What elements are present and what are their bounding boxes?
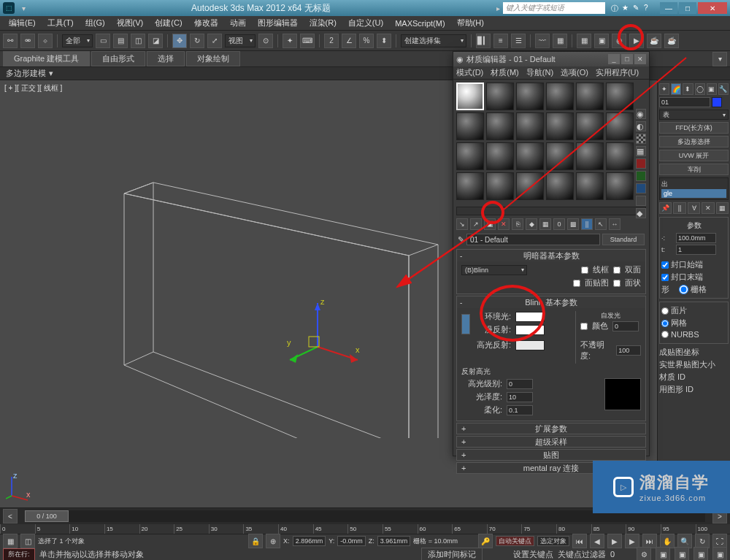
- rollout-maps[interactable]: +贴图: [456, 449, 646, 461]
- sample-slot[interactable]: [576, 142, 604, 170]
- make-preview-icon[interactable]: [636, 171, 646, 181]
- select-by-mat-icon[interactable]: [636, 196, 646, 206]
- cap-end-check[interactable]: [661, 274, 669, 281]
- get-mat-icon[interactable]: ↘: [456, 218, 468, 230]
- out-patch[interactable]: [661, 307, 669, 315]
- motion-tab-icon[interactable]: ◯: [695, 83, 705, 95]
- window-crossing-icon[interactable]: ◪: [148, 34, 163, 48]
- speclevel-spin[interactable]: 0: [507, 379, 533, 389]
- opacity-spin[interactable]: 100: [616, 345, 641, 356]
- rotate-icon[interactable]: ↻: [190, 34, 204, 48]
- tab-select[interactable]: 选择: [147, 51, 185, 66]
- nav-orbit-icon[interactable]: ↻: [695, 534, 710, 548]
- me-close[interactable]: ✕: [634, 54, 646, 64]
- sample-slot[interactable]: [546, 172, 574, 200]
- menu-group[interactable]: 组(G): [80, 18, 111, 28]
- setkey-button[interactable]: 设置关键点: [513, 549, 553, 560]
- tab-freeform[interactable]: 自由形式: [91, 51, 145, 66]
- sample-slot[interactable]: [516, 142, 544, 170]
- status-icon1[interactable]: ▦: [3, 534, 18, 548]
- sample-slot[interactable]: [546, 83, 574, 110]
- nav-zoom-icon[interactable]: 🔍: [677, 534, 692, 548]
- make-copy-icon[interactable]: ⎘: [512, 218, 523, 230]
- sample-scroll[interactable]: [456, 207, 646, 215]
- put-mat-icon[interactable]: ↗: [470, 218, 482, 230]
- snap-2d-icon[interactable]: 2: [324, 34, 339, 48]
- put-lib-icon[interactable]: ▦: [539, 218, 551, 230]
- bind-icon[interactable]: ⟐: [38, 34, 53, 48]
- stack-config-icon[interactable]: ▦: [716, 202, 729, 214]
- background-icon[interactable]: [636, 134, 646, 144]
- scale-icon[interactable]: ⤢: [207, 34, 222, 48]
- sample-slot[interactable]: [606, 112, 634, 140]
- menu-custom[interactable]: 自定义(U): [342, 18, 389, 28]
- me-menu-opt[interactable]: 选项(O): [561, 67, 588, 78]
- sample-slot[interactable]: [576, 83, 604, 110]
- play-start-icon[interactable]: ⏮: [572, 534, 587, 548]
- selfillum-check[interactable]: [580, 323, 588, 330]
- me-menu-nav[interactable]: 导航(N): [526, 67, 553, 78]
- unlink-icon[interactable]: ⚮: [20, 34, 35, 48]
- twoside-check[interactable]: [613, 266, 620, 274]
- sample-slot[interactable]: [486, 112, 514, 140]
- mod-polysel[interactable]: 多边形选择: [659, 136, 729, 147]
- pivot-icon[interactable]: ⊙: [258, 34, 273, 48]
- me-max[interactable]: □: [621, 54, 633, 64]
- material-editor-icon[interactable]: ◉: [612, 34, 626, 48]
- hierarchy-tab-icon[interactable]: ⬍: [683, 83, 693, 95]
- nav2-icon[interactable]: ▣: [675, 547, 689, 560]
- object-name-field[interactable]: [659, 97, 710, 107]
- sample-slot[interactable]: [456, 83, 484, 110]
- display-tab-icon[interactable]: ▣: [707, 83, 717, 95]
- help-search[interactable]: 键入关键字或短语: [503, 2, 605, 14]
- align-icon[interactable]: ≡: [493, 34, 508, 48]
- select-icon[interactable]: ▭: [96, 34, 110, 48]
- selset-field[interactable]: 选定对象: [537, 536, 569, 546]
- close-button[interactable]: ✕: [698, 2, 727, 14]
- mod-uvw[interactable]: UVW 展开: [659, 150, 729, 161]
- options-icon[interactable]: [636, 183, 646, 193]
- backlight-icon[interactable]: ◐: [636, 121, 646, 131]
- key-icon[interactable]: 🔑: [478, 534, 493, 548]
- ribbon-min-icon[interactable]: ▾: [712, 52, 727, 66]
- show-end-icon[interactable]: ||: [581, 218, 593, 230]
- specular-color[interactable]: [515, 340, 545, 350]
- time-config-icon[interactable]: ⚙: [637, 547, 651, 560]
- menu-graph[interactable]: 图形编辑器: [252, 18, 304, 28]
- reset-mat-icon[interactable]: ✕: [498, 218, 510, 230]
- status-icon2[interactable]: ◫: [20, 534, 35, 548]
- stack-unique-icon[interactable]: ∀: [688, 202, 700, 214]
- me-menu-mode[interactable]: 模式(D): [456, 67, 483, 78]
- sample-slot[interactable]: [576, 172, 604, 200]
- menu-anim[interactable]: 动画: [224, 18, 252, 28]
- select-region-icon[interactable]: ◫: [131, 34, 145, 48]
- layers-icon[interactable]: ☰: [511, 34, 526, 48]
- spinner-snap-icon[interactable]: ⬍: [377, 34, 391, 48]
- facemap-check[interactable]: [573, 280, 580, 287]
- nav1-icon[interactable]: ▣: [656, 547, 670, 560]
- mirror-icon[interactable]: ▊▎: [476, 34, 491, 48]
- sample-slot[interactable]: [486, 172, 514, 200]
- modifier-stack[interactable]: 出 gle: [659, 177, 729, 200]
- menu-modifiers[interactable]: 修改器: [188, 18, 224, 28]
- timeline-toggle-icon[interactable]: <: [3, 509, 18, 523]
- sample-slot[interactable]: [486, 142, 514, 170]
- diffuse-color[interactable]: [515, 325, 545, 335]
- material-name[interactable]: 01 - Default: [466, 234, 600, 245]
- sample-slot[interactable]: [606, 172, 634, 200]
- assign-mat-icon[interactable]: ▣: [484, 218, 496, 230]
- soften-spin[interactable]: 0.1: [507, 405, 533, 415]
- radius-field[interactable]: [676, 233, 716, 243]
- go-parent-icon[interactable]: ↖: [595, 218, 607, 230]
- sample-slot[interactable]: [456, 112, 484, 140]
- sample-type-icon[interactable]: ◉: [636, 109, 646, 119]
- nav-pan-icon[interactable]: ✋: [660, 534, 675, 548]
- snap-angle-icon[interactable]: ∠: [342, 34, 356, 48]
- wire-check[interactable]: [581, 266, 588, 274]
- mtl-map-nav-icon[interactable]: ◆: [636, 208, 646, 218]
- minimize-button[interactable]: —: [660, 2, 677, 14]
- modifier-list[interactable]: 表: [659, 110, 729, 120]
- out-nurbs[interactable]: [661, 331, 669, 338]
- tab-paint[interactable]: 对象绘制: [186, 51, 240, 66]
- menu-tools[interactable]: 工具(T): [42, 18, 80, 28]
